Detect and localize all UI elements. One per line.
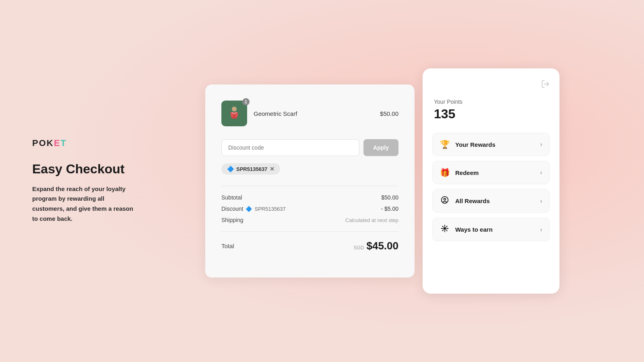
chevron-right-icon: › bbox=[540, 226, 542, 233]
discount-row: Apply bbox=[221, 139, 398, 156]
shipping-value: Calculated at next step bbox=[345, 217, 398, 223]
reward-menu-your-rewards[interactable]: 🏆 Your Rewards › bbox=[432, 133, 550, 156]
total-amount: $45.00 bbox=[366, 240, 398, 252]
discount-value: - $5.00 bbox=[381, 206, 398, 212]
shield-icon: 🔷 bbox=[227, 166, 234, 172]
reward-menu-redeem[interactable]: 🎁 Redeem › bbox=[432, 161, 550, 184]
total-value-wrap: SGD $45.00 bbox=[353, 240, 398, 252]
points-section: Your Points 135 bbox=[432, 99, 550, 121]
your-rewards-label: Your Rewards bbox=[455, 141, 495, 148]
points-label: Your Points bbox=[434, 99, 550, 105]
reward-menu-list: 🏆 Your Rewards › 🎁 Redeem › bbox=[432, 133, 550, 241]
all-rewards-icon bbox=[440, 196, 450, 206]
left-panel: POKET Easy Checkout Expand the reach of … bbox=[32, 138, 153, 224]
svg-point-8 bbox=[444, 227, 446, 230]
brand-pok: POK bbox=[32, 138, 54, 148]
product-image-svg bbox=[224, 103, 244, 123]
product-price: $50.00 bbox=[380, 110, 398, 117]
chevron-right-icon: › bbox=[540, 197, 542, 205]
page-wrapper: POKET Easy Checkout Expand the reach of … bbox=[0, 0, 644, 362]
applied-tag: 🔷 SPR5135637 ✕ bbox=[221, 163, 280, 175]
subtotal-row: Subtotal $50.00 bbox=[221, 194, 398, 201]
reward-menu-left: Ways to earn bbox=[440, 224, 493, 234]
exit-icon[interactable] bbox=[541, 80, 550, 90]
discount-input[interactable] bbox=[221, 139, 359, 156]
total-currency: SGD bbox=[353, 245, 364, 251]
total-section: Total SGD $45.00 bbox=[221, 231, 398, 252]
reward-menu-ways-to-earn[interactable]: Ways to earn › bbox=[432, 218, 550, 241]
checkout-card: 1 Geometric Scarf $50.00 Apply 🔷 SPR5135… bbox=[205, 84, 415, 278]
svg-point-1 bbox=[232, 107, 237, 111]
svg-point-7 bbox=[444, 198, 446, 200]
brand-e: E bbox=[54, 138, 61, 148]
ways-to-earn-icon bbox=[440, 224, 450, 234]
brand-logo: POKET bbox=[32, 138, 137, 148]
brand-t: T bbox=[60, 138, 66, 148]
hero-description: Expand the reach of your loyalty program… bbox=[32, 184, 137, 224]
reward-menu-all-rewards[interactable]: All Rewards › bbox=[432, 189, 550, 213]
points-value: 135 bbox=[434, 107, 550, 121]
total-row: Total SGD $45.00 bbox=[221, 240, 398, 252]
subtotal-value: $50.00 bbox=[381, 194, 398, 201]
ways-to-earn-label: Ways to earn bbox=[455, 226, 493, 233]
remove-tag-button[interactable]: ✕ bbox=[270, 166, 275, 172]
total-label: Total bbox=[221, 243, 234, 249]
shipping-row: Shipping Calculated at next step bbox=[221, 217, 398, 223]
reward-menu-left: 🎁 Redeem bbox=[440, 168, 479, 177]
product-image-wrap: 1 bbox=[221, 101, 247, 126]
all-rewards-label: All Rewards bbox=[455, 197, 490, 204]
subtotal-label: Subtotal bbox=[221, 194, 242, 201]
chevron-right-icon: › bbox=[540, 169, 542, 176]
hero-title: Easy Checkout bbox=[32, 161, 137, 177]
redeem-label: Redeem bbox=[455, 169, 479, 176]
reward-menu-left: All Rewards bbox=[440, 196, 490, 206]
main-content: 1 Geometric Scarf $50.00 Apply 🔷 SPR5135… bbox=[153, 24, 612, 338]
chevron-right-icon: › bbox=[540, 141, 542, 148]
product-name: Geometric Scarf bbox=[254, 110, 297, 117]
product-left: 1 Geometric Scarf bbox=[221, 101, 297, 126]
gift-icon: 🎁 bbox=[440, 168, 450, 177]
summary-section: Subtotal $50.00 Discount 🔷 SPR5135637 - … bbox=[221, 186, 398, 223]
discount-label: Discount 🔷 SPR5135637 bbox=[221, 206, 286, 212]
product-row: 1 Geometric Scarf $50.00 bbox=[221, 101, 398, 126]
reward-menu-left: 🏆 Your Rewards bbox=[440, 140, 495, 149]
rewards-header bbox=[432, 80, 550, 90]
trophy-icon: 🏆 bbox=[440, 140, 450, 149]
rewards-panel: Your Points 135 🏆 Your Rewards › 🎁 Redee… bbox=[423, 68, 559, 294]
apply-button[interactable]: Apply bbox=[363, 139, 398, 156]
discount-row-summary: Discount 🔷 SPR5135637 - $5.00 bbox=[221, 206, 398, 212]
applied-code-text: SPR5135637 bbox=[236, 166, 267, 172]
product-badge: 1 bbox=[242, 98, 250, 105]
shipping-label: Shipping bbox=[221, 217, 244, 223]
